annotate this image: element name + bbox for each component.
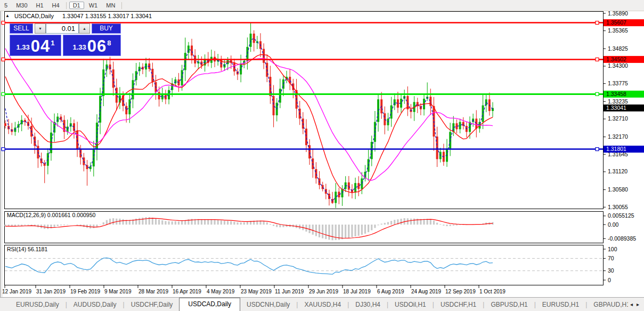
date-axis[interactable]: 12 Jan 201931 Jan 201919 Feb 20199 Mar 2…: [2, 285, 506, 294]
timeframe-toolbar: 5M30H1H4D1W1MN: [0, 0, 644, 11]
tab-scroll-left-icon[interactable]: ◂: [630, 301, 633, 307]
buy-price-pips: 06: [87, 38, 107, 54]
timeframe-button-d1[interactable]: D1: [69, 2, 84, 9]
chart-tab-audusd[interactable]: AUDUSD,Daily: [67, 299, 123, 311]
svg-text:1.32710: 1.32710: [608, 115, 628, 122]
svg-text:29 Jun 2019: 29 Jun 2019: [309, 289, 338, 294]
chart-tabs-bar: EURUSD,Daily|AUDUSD,Daily|USDCHF,DailyUS…: [0, 297, 644, 311]
tab-scroll-right-icon[interactable]: ▸: [637, 301, 639, 307]
svg-text:18 Jul 2019: 18 Jul 2019: [343, 289, 371, 294]
svg-text:1.33041: 1.33041: [606, 105, 626, 111]
svg-text:1.34825: 1.34825: [608, 45, 628, 52]
svg-text:0.00: 0.00: [608, 221, 619, 228]
svg-text:-0.0089385: -0.0089385: [608, 235, 636, 242]
volume-decrease-icon[interactable]: ▼: [35, 23, 46, 34]
chart-tab-dj30[interactable]: DJ30,H4: [349, 299, 387, 311]
svg-text:23 May 2019: 23 May 2019: [241, 289, 272, 294]
svg-text:28 Mar 2019: 28 Mar 2019: [138, 289, 169, 294]
svg-text:MACD(12,26,9) 0.001661 0.00095: MACD(12,26,9) 0.001661 0.000950: [7, 212, 96, 218]
svg-text:1.33458: 1.33458: [606, 91, 626, 97]
chart-ohlc-values: 1.33047 1.33155 1.33017 1.33041: [62, 13, 152, 19]
svg-text:12 Jan 2019: 12 Jan 2019: [2, 289, 31, 294]
timeframe-button-5[interactable]: 5: [1, 2, 11, 9]
buy-price-prefix: 1.33: [72, 41, 86, 54]
svg-text:9 Mar 2019: 9 Mar 2019: [104, 289, 132, 294]
svg-text:11 Jun 2019: 11 Jun 2019: [275, 289, 304, 294]
chart-tab-gbpaud[interactable]: GBPAUD,H1: [587, 299, 628, 311]
chart-tab-usdchf[interactable]: USDCHF,Daily: [125, 299, 180, 311]
toolbar-separator: [66, 2, 67, 9]
svg-text:1.34502: 1.34502: [606, 56, 626, 62]
svg-text:19 Feb 2019: 19 Feb 2019: [70, 289, 101, 294]
svg-text:0.0055125: 0.0055125: [608, 212, 634, 219]
chart-tab-eurusd[interactable]: EURUSD,H1: [536, 299, 585, 311]
one-click-trade-panel: SELL ▼ 0.01 ▲ BUY 1.33 04 1 1.33 06 8: [10, 23, 121, 56]
volume-increase-icon[interactable]: ▲: [79, 23, 90, 34]
chart-symbol-title: USDCAD,Daily: [14, 13, 54, 19]
svg-text:12 Sep 2019: 12 Sep 2019: [445, 289, 476, 294]
svg-text:0: 0: [608, 277, 611, 283]
svg-text:1.34300: 1.34300: [608, 62, 628, 69]
svg-text:6 Aug 2019: 6 Aug 2019: [377, 289, 404, 294]
sell-price-display[interactable]: 1.33 04 1: [10, 35, 61, 56]
svg-text:4 May 2019: 4 May 2019: [207, 289, 235, 294]
chart-tabs-list: EURUSD,Daily|AUDUSD,Daily|USDCHF,DailyUS…: [10, 298, 628, 311]
sell-price-pips: 04: [31, 38, 50, 54]
svg-text:1.30055: 1.30055: [608, 204, 628, 210]
svg-text:1.31120: 1.31120: [608, 168, 627, 174]
sell-button[interactable]: SELL: [10, 23, 33, 34]
volume-input[interactable]: 0.01: [46, 23, 79, 34]
svg-text:70: 70: [608, 255, 614, 261]
svg-text:100: 100: [608, 246, 617, 252]
chart-caption: ▲ USDCAD,Daily 1.33047 1.33155 1.33017 1…: [5, 12, 152, 20]
chart-tab-usdoil[interactable]: USDOil,H1: [388, 299, 433, 311]
svg-text:24 Aug 2019: 24 Aug 2019: [411, 289, 442, 294]
timeframe-button-h4[interactable]: H4: [48, 2, 63, 9]
sell-price-point: 1: [51, 39, 54, 47]
tab-scroll-arrows: ◂ ▸: [628, 301, 644, 311]
svg-text:RSI(14) 56.1181: RSI(14) 56.1181: [7, 246, 47, 252]
svg-text:1.30580: 1.30580: [608, 186, 628, 193]
svg-text:1.31801: 1.31801: [606, 146, 626, 152]
svg-text:30: 30: [608, 267, 614, 274]
sell-price-prefix: 1.33: [16, 41, 29, 54]
svg-text:1.32170: 1.32170: [608, 133, 628, 140]
buy-price-display[interactable]: 1.33 06 8: [63, 35, 121, 56]
svg-text:1.33775: 1.33775: [608, 80, 628, 86]
collapse-chart-icon[interactable]: ▲: [5, 13, 10, 18]
current-price-badge: 1.33041: [604, 105, 644, 111]
timeframe-button-mn[interactable]: MN: [102, 2, 119, 9]
svg-text:1.33235: 1.33235: [608, 98, 628, 105]
chart-tab-usdchf[interactable]: USDCHF,H1: [434, 299, 483, 311]
svg-text:1.35365: 1.35365: [608, 27, 628, 34]
svg-text:1.35607: 1.35607: [606, 19, 626, 26]
chart-tab-usdcnh[interactable]: USDCNH,Daily: [240, 299, 296, 311]
chart-tab-gbpusd[interactable]: GBPUSD,H1: [484, 299, 534, 311]
chart-tab-eurusd[interactable]: EURUSD,Daily: [10, 299, 66, 311]
buy-price-point: 8: [107, 39, 111, 47]
svg-text:16 Apr 2019: 16 Apr 2019: [173, 289, 201, 294]
buy-button[interactable]: BUY: [92, 23, 121, 34]
chart-tab-usdcad[interactable]: USDCAD,Daily: [179, 298, 240, 311]
timeframe-button-w1[interactable]: W1: [85, 2, 102, 9]
toolbar-separator: [121, 2, 122, 9]
timeframe-button-h1[interactable]: H1: [32, 2, 47, 9]
svg-text:1 Oct 2019: 1 Oct 2019: [479, 289, 506, 294]
timeframe-button-m30[interactable]: M30: [12, 2, 31, 9]
svg-text:31 Jan 2019: 31 Jan 2019: [36, 289, 66, 294]
chart-tab-xauusd[interactable]: XAUUSD,H4: [298, 299, 347, 311]
